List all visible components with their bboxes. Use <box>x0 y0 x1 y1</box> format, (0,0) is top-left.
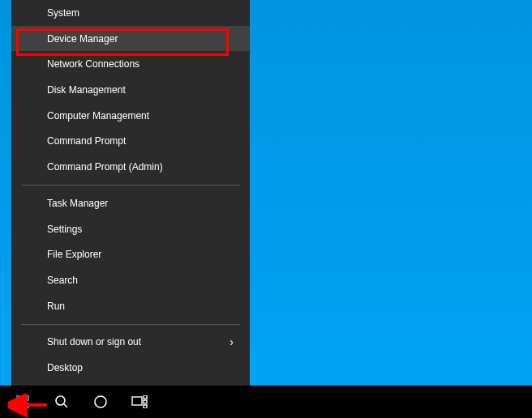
start-button[interactable] <box>3 386 42 418</box>
cortana-icon <box>93 395 108 409</box>
menu-item-device-manager[interactable]: Device Manager <box>11 26 250 52</box>
menu-item-label: Settings <box>47 224 82 235</box>
menu-item-label: Command Prompt (Admin) <box>47 161 163 173</box>
menu-item-label: Device Manager <box>47 33 118 45</box>
svg-rect-10 <box>144 405 147 408</box>
menu-item-label: Desktop <box>47 362 83 373</box>
windows-logo-icon <box>16 395 29 408</box>
svg-rect-7 <box>132 397 142 405</box>
menu-item-label: Shut down or sign out <box>47 336 141 348</box>
search-icon <box>54 395 69 409</box>
svg-line-5 <box>64 404 67 407</box>
menu-item-label: Network Connections <box>47 58 139 70</box>
menu-item-label: Command Prompt <box>47 135 126 147</box>
menu-item-computer-management[interactable]: Computer Management <box>11 103 250 129</box>
svg-point-6 <box>95 396 106 407</box>
svg-rect-2 <box>16 403 22 408</box>
svg-rect-9 <box>144 400 147 403</box>
menu-item-settings[interactable]: Settings <box>11 216 250 242</box>
svg-point-4 <box>56 396 65 405</box>
menu-item-label: Run <box>47 301 65 312</box>
cortana-button[interactable] <box>81 386 120 418</box>
svg-rect-1 <box>24 395 29 401</box>
menu-item-run[interactable]: Run <box>11 293 250 319</box>
menu-item-task-manager[interactable]: Task Manager <box>11 190 250 216</box>
menu-item-label: Task Manager <box>47 198 108 209</box>
menu-item-system[interactable]: System <box>11 0 250 26</box>
menu-separator <box>21 185 240 186</box>
task-view-button[interactable] <box>120 386 159 418</box>
menu-item-label: Computer Management <box>47 110 149 122</box>
menu-item-desktop[interactable]: Desktop <box>11 355 250 381</box>
taskbar <box>0 386 532 418</box>
menu-item-disk-management[interactable]: Disk Management <box>11 77 250 103</box>
menu-item-file-explorer[interactable]: File Explorer <box>11 241 250 267</box>
menu-item-search[interactable]: Search <box>11 267 250 293</box>
menu-item-label: Disk Management <box>47 84 126 96</box>
winx-power-user-menu: System Device Manager Network Connection… <box>11 0 250 386</box>
menu-item-shutdown-signout[interactable]: Shut down or sign out › <box>11 330 250 356</box>
svg-rect-3 <box>24 403 29 408</box>
menu-item-label: Search <box>47 275 78 286</box>
menu-separator <box>21 324 240 325</box>
svg-rect-0 <box>16 395 22 401</box>
task-view-icon <box>131 395 148 408</box>
svg-rect-8 <box>144 395 147 399</box>
search-button[interactable] <box>42 386 81 418</box>
menu-item-label: System <box>47 7 79 19</box>
menu-item-network-connections[interactable]: Network Connections <box>11 51 250 77</box>
menu-item-command-prompt-admin[interactable]: Command Prompt (Admin) <box>11 154 250 180</box>
menu-item-command-prompt[interactable]: Command Prompt <box>11 129 250 155</box>
menu-item-label: File Explorer <box>47 249 101 260</box>
chevron-right-icon: › <box>230 335 234 348</box>
